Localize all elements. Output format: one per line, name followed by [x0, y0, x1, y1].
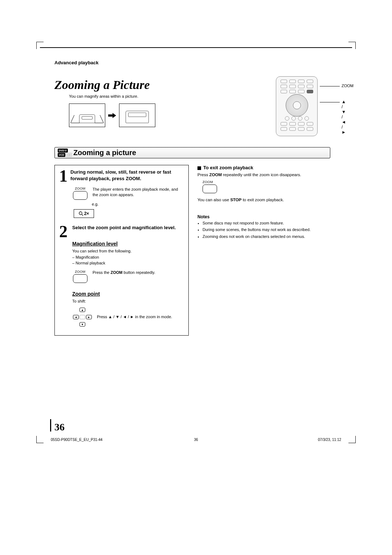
badge-vcd: VCD	[58, 153, 65, 157]
badge-cd: CD	[66, 153, 72, 157]
exit-body-2: You can also use STOP to exit zoom playb…	[197, 197, 329, 203]
zoom-point-press: Press ▲ / ▼ / ◄ / ► in the zoom in mode.	[97, 314, 172, 320]
top-rule	[40, 47, 352, 48]
magnification-heading: Magnification level	[72, 241, 184, 247]
crop-mark	[36, 42, 44, 49]
page-number: 36	[54, 421, 65, 433]
zoom-indicator: 2×	[74, 209, 94, 218]
zoom-point-body: To shift:	[72, 298, 184, 304]
steps-panel: 1 During normal, slow, still, fast rever…	[54, 165, 189, 336]
step-1-number: 1	[59, 169, 68, 183]
remote-direction-label: ▲ / ▼ / ◄ / ►	[342, 99, 346, 135]
zoom-point-heading: Zoom point	[72, 291, 184, 297]
remote-zoom-label: ZOOM	[342, 84, 354, 88]
step-2-heading: Select the zoom point and magnification …	[72, 224, 176, 239]
right-panel: To exit zoom playback Press ZOOM repeate…	[195, 165, 330, 336]
step-1-body: The player enters the zoom playback mode…	[93, 187, 184, 200]
mag-body-3: – Normal playback	[72, 260, 184, 266]
zoom-button-icon	[73, 274, 87, 283]
page-number-bar	[50, 419, 51, 432]
page-content: Advanced playback Zooming a Picture You …	[54, 60, 330, 336]
note-item: Zooming does not work on characters sele…	[203, 234, 329, 240]
breadcrumb: Advanced playback	[54, 60, 330, 65]
zoom-indicator-text: 2×	[84, 211, 89, 216]
exit-heading: To exit zoom playback	[197, 165, 329, 170]
direction-pad-icon: ▲ ◄ ► ▼	[73, 308, 92, 327]
svg-line-2	[82, 214, 83, 216]
mag-body-2: – Magnification	[72, 254, 184, 260]
arrow-right-icon	[108, 113, 116, 118]
zoom-button-icon	[73, 191, 87, 200]
square-bullet-icon	[197, 166, 201, 170]
footer: 05SD-P90DTSE_E_EU_P31-44 36 07/3/23, 11:…	[51, 438, 341, 442]
format-badges: DVD-V VCD CD	[58, 149, 72, 157]
note-item: During some scenes, the buttons may not …	[203, 227, 329, 233]
car-after	[119, 104, 155, 127]
footer-center: 36	[148, 438, 245, 442]
notes-heading: Notes	[197, 214, 329, 219]
svg-marker-0	[108, 113, 116, 118]
exit-body-1: Press ZOOM repeatedly until the zoom ico…	[197, 172, 329, 178]
crop-mark	[348, 436, 356, 443]
zoom-button-label: ZOOM	[75, 187, 86, 190]
step-2-number: 2	[59, 224, 69, 239]
note-item: Some discs may not respond to zoom featu…	[203, 220, 329, 226]
crop-mark	[348, 42, 356, 49]
car-before	[69, 104, 105, 127]
zoom-button-label-2: ZOOM	[75, 270, 86, 274]
magnifier-icon	[79, 211, 83, 216]
notes-list: Some discs may not respond to zoom featu…	[197, 220, 329, 240]
mag-body-1: You can select from the following.	[72, 248, 184, 254]
zoom-repeat-text: Press the ZOOM button repeatedly.	[93, 270, 155, 283]
example-label: e.g.	[92, 202, 184, 206]
section-bar: DVD-V VCD CD Zooming a picture	[54, 147, 330, 158]
remote-diagram: ZOOM ▲ / ▼ / ◄ / ►	[276, 76, 318, 136]
zoom-button-icon	[203, 185, 217, 193]
step-1-heading: During normal, slow, still, fast reverse…	[70, 169, 184, 183]
crop-mark	[36, 436, 44, 443]
hero: Zooming a Picture You can magnify areas …	[54, 78, 330, 136]
badge-dvdv: DVD-V	[58, 149, 68, 153]
footer-right: 07/3/23, 11:12	[244, 438, 341, 442]
footer-left: 05SD-P90DTSE_E_EU_P31-44	[51, 438, 148, 442]
zoom-button-label-3: ZOOM	[203, 180, 213, 184]
section-title: Zooming a picture	[73, 149, 136, 157]
svg-point-1	[79, 212, 82, 215]
